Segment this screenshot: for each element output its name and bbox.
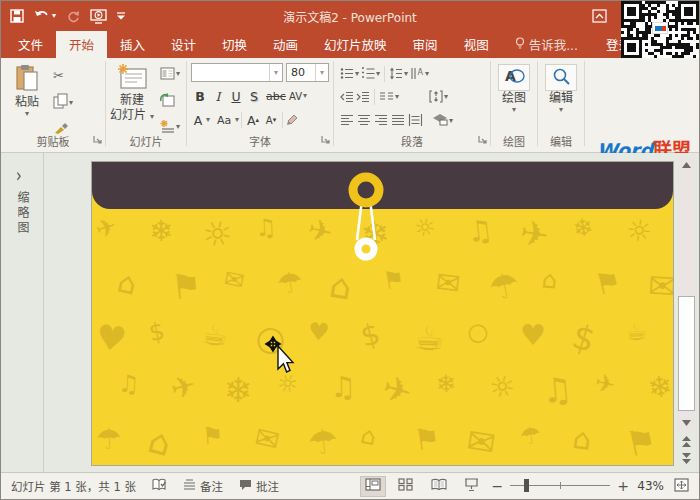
slide-show-button[interactable] bbox=[459, 476, 485, 497]
spell-check-button[interactable] bbox=[152, 478, 167, 495]
underline-button[interactable]: U bbox=[227, 87, 245, 105]
divider bbox=[374, 89, 375, 105]
copy-icon bbox=[53, 93, 68, 113]
tab-view[interactable]: 视图 bbox=[451, 31, 502, 58]
font-dialog-launcher[interactable] bbox=[321, 129, 330, 148]
shrink-font-button[interactable]: A▾ bbox=[262, 111, 280, 129]
character-spacing-button[interactable]: AV ▾ bbox=[289, 87, 307, 105]
align-right-button[interactable] bbox=[374, 111, 388, 130]
text-direction-button[interactable]: A▾ bbox=[410, 65, 429, 83]
clear-formatting-icon bbox=[285, 111, 299, 130]
paragraph-dialog-launcher[interactable] bbox=[478, 129, 487, 148]
slide-number-indicator[interactable]: 幻灯片 第 1 张，共 1 张 bbox=[11, 478, 136, 494]
italic-button[interactable]: I bbox=[209, 87, 227, 105]
align-center-button[interactable] bbox=[357, 111, 371, 130]
slide-sorter-view-button[interactable] bbox=[393, 476, 419, 497]
normal-view-button[interactable] bbox=[360, 476, 386, 497]
clipboard-dialog-launcher[interactable] bbox=[93, 129, 102, 148]
envelope-string-clasp bbox=[326, 168, 406, 276]
slide-layout-icon bbox=[160, 65, 175, 84]
zoom-percentage[interactable]: 43% bbox=[636, 479, 664, 493]
reading-view-button[interactable] bbox=[426, 476, 452, 497]
undo-button[interactable]: ▾ bbox=[34, 10, 56, 22]
text-direction-icon: A bbox=[410, 65, 424, 84]
scrollbar-track[interactable] bbox=[678, 172, 695, 415]
columns-button[interactable]: ▾ bbox=[379, 88, 399, 106]
convert-to-smartart-button[interactable]: ▾ bbox=[432, 112, 453, 130]
quick-access-toolbar: ▾ bbox=[1, 9, 125, 24]
paragraph-group: ▾ ▾ ▾ A▾ ▾ ▾ ▾ 段落 bbox=[334, 58, 490, 152]
tab-design[interactable]: 设计 bbox=[158, 31, 209, 58]
text-shadow-button[interactable]: S bbox=[245, 87, 263, 105]
numbering-button[interactable]: ▾ bbox=[361, 65, 380, 83]
notes-button[interactable]: 备注 bbox=[183, 478, 223, 494]
thumbnails-pane-collapsed: › 缩略图 bbox=[1, 153, 44, 474]
slide-sorter-icon bbox=[398, 478, 413, 494]
decrease-indent-button[interactable] bbox=[340, 88, 354, 106]
tab-review[interactable]: 审阅 bbox=[400, 31, 451, 58]
expand-pane-chevron-icon[interactable]: › bbox=[16, 164, 22, 186]
line-spacing-button[interactable]: ▾ bbox=[389, 65, 408, 83]
reset-slide-button[interactable] bbox=[160, 92, 175, 110]
save-button[interactable] bbox=[10, 9, 24, 23]
next-slide-button[interactable] bbox=[678, 451, 695, 466]
drawing-button[interactable]: A 绘图 ▾ bbox=[494, 64, 534, 114]
tab-slideshow[interactable]: 幻灯片放映 bbox=[311, 31, 400, 58]
tab-file[interactable]: 文件 bbox=[5, 31, 56, 58]
slide-layout-button[interactable]: ▾ bbox=[160, 65, 180, 83]
zoom-out-button[interactable]: − bbox=[492, 479, 504, 493]
convert-to-smartart-icon bbox=[432, 111, 448, 130]
zoom-slider-thumb[interactable] bbox=[524, 479, 529, 492]
previous-slide-button[interactable] bbox=[678, 434, 695, 449]
tab-home[interactable]: 开始 bbox=[56, 31, 107, 58]
zoom-slider[interactable] bbox=[510, 479, 610, 493]
bullets-button[interactable]: ▾ bbox=[340, 65, 359, 83]
font-name-combo[interactable]: ▾ bbox=[191, 63, 283, 82]
font-color-dropdown-icon: ▾ bbox=[206, 116, 210, 124]
redo-button[interactable] bbox=[66, 10, 80, 23]
save-icon bbox=[10, 9, 24, 23]
font-color-button[interactable]: A ▾ bbox=[191, 111, 210, 129]
comments-button[interactable]: 批注 bbox=[239, 478, 279, 494]
clipboard-group: 粘贴 ▾ ✂ ▾ 剪贴板 bbox=[1, 58, 105, 152]
new-slide-icon bbox=[117, 79, 147, 93]
thumbnails-pane-label: 缩略图 bbox=[14, 191, 31, 236]
cut-button[interactable]: ✂ bbox=[53, 66, 64, 84]
section-dropdown-icon: ▾ bbox=[176, 123, 180, 131]
editing-button[interactable]: 编辑 ▾ bbox=[541, 64, 581, 114]
change-case-button[interactable]: Aa ▾ bbox=[214, 111, 239, 129]
scrollbar-thumb[interactable] bbox=[678, 296, 695, 411]
grow-font-button[interactable]: A▴ bbox=[244, 111, 262, 129]
numbering-icon bbox=[361, 65, 375, 84]
ribbon-display-options-button[interactable] bbox=[592, 8, 607, 27]
strikethrough-button[interactable]: abc bbox=[263, 87, 289, 105]
customize-qat-button[interactable] bbox=[117, 12, 125, 20]
new-slide-button[interactable]: 新建幻灯片 ▾ bbox=[108, 64, 156, 123]
paste-button[interactable]: 粘贴 ▾ bbox=[9, 64, 45, 118]
slide-show-icon bbox=[464, 478, 479, 494]
tab-animations[interactable]: 动画 bbox=[260, 31, 311, 58]
distribute-button[interactable] bbox=[408, 111, 423, 130]
align-text-button[interactable]: ▾ bbox=[429, 88, 448, 106]
scroll-down-button[interactable] bbox=[678, 415, 695, 430]
scroll-up-button[interactable] bbox=[678, 157, 695, 172]
cut-icon: ✂ bbox=[53, 68, 64, 83]
qr-center-logo bbox=[652, 22, 668, 34]
font-name-dropdown-icon: ▾ bbox=[269, 64, 282, 81]
justify-button[interactable] bbox=[391, 111, 405, 130]
zoom-in-button[interactable]: + bbox=[617, 479, 629, 493]
start-from-beginning-button[interactable] bbox=[90, 9, 107, 24]
slide-canvas[interactable]: ✈❄☼♫✈❄☼♫✈❄☼♫⌂⚑✉☂⌂⚑✉☂⌂⚑✉☂♥$☕○♥$☕○♥$☕○♫✈❄☼… bbox=[91, 161, 674, 466]
clear-formatting-button[interactable] bbox=[285, 111, 299, 129]
bold-button[interactable]: B bbox=[191, 87, 209, 105]
font-size-combo[interactable]: 80 ▾ bbox=[286, 63, 329, 82]
status-bar: 幻灯片 第 1 张，共 1 张 备注 批注 − bbox=[1, 472, 699, 499]
increase-indent-button[interactable] bbox=[356, 88, 370, 106]
tab-insert[interactable]: 插入 bbox=[107, 31, 158, 58]
tab-transitions[interactable]: 切换 bbox=[209, 31, 260, 58]
copy-button[interactable]: ▾ bbox=[53, 94, 73, 112]
fit-to-window-button[interactable] bbox=[671, 476, 691, 497]
align-left-button[interactable] bbox=[340, 111, 354, 130]
tab-tell-me[interactable]: 告诉我... bbox=[502, 31, 591, 58]
ribbon-display-options-icon bbox=[592, 8, 607, 27]
